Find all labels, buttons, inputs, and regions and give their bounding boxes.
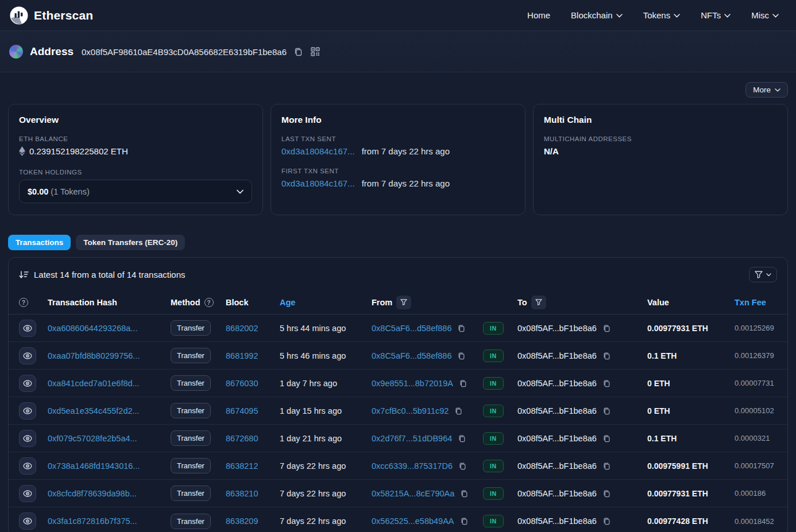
transaction-hash-link[interactable]: 0x738a1468fd1943016... — [48, 461, 140, 471]
from-address-link[interactable]: 0x2d76f7...51dDB964 — [372, 434, 452, 443]
to-address-value: 0x08f5AF...bF1be8a6 — [517, 351, 597, 360]
table-filter-button[interactable] — [749, 267, 777, 282]
brand-name: Etherscan — [34, 9, 93, 22]
tab-token-transfers-erc-20[interactable]: Token Transfers (ERC-20) — [76, 235, 185, 250]
from-filter-button[interactable] — [396, 296, 411, 309]
block-link[interactable]: 8682002 — [226, 324, 258, 333]
preview-transaction-button[interactable] — [19, 375, 36, 392]
more-button[interactable]: More — [745, 82, 788, 98]
from-address-link[interactable]: 0x9e8551...8b72019A — [372, 379, 453, 388]
method-badge[interactable]: Transfer — [171, 486, 211, 501]
nav-item-home[interactable]: Home — [527, 10, 550, 20]
column-header-fee[interactable]: Txn Fee — [735, 298, 777, 307]
block-link[interactable]: 8681992 — [226, 351, 258, 360]
copy-from-address-button[interactable] — [459, 516, 469, 526]
method-badge[interactable]: Transfer — [171, 320, 211, 336]
age-value: 1 day 21 hrs ago — [280, 434, 372, 443]
from-address-link[interactable]: 0x8C5aF6...d58ef886 — [372, 351, 451, 360]
copy-from-address-button[interactable] — [453, 406, 463, 416]
copy-to-address-button[interactable] — [601, 488, 612, 499]
block-link[interactable]: 8638210 — [226, 489, 258, 498]
transaction-hash-link[interactable]: 0xa60860644293268a... — [48, 324, 137, 333]
multi-chain-card: Multi Chain MULTICHAIN ADDRESSES N/A — [533, 104, 788, 215]
column-header-value: Value — [647, 298, 735, 307]
from-address-link[interactable]: 0x7cfBc0...5b911c92 — [372, 406, 449, 415]
preview-transaction-button[interactable] — [19, 320, 36, 337]
preview-transaction-button[interactable] — [19, 512, 36, 530]
transaction-row: 0xd5ea1e354c455f2d2... Transfer 8674095 … — [9, 397, 787, 425]
preview-transaction-button[interactable] — [19, 485, 36, 502]
from-address-link[interactable]: 0x562525...e58b49AA — [372, 517, 454, 526]
transaction-row: 0x738a1468fd1943016... Transfer 8638212 … — [9, 452, 787, 480]
token-holdings-dropdown[interactable]: $0.00 (1 Tokens) — [19, 180, 252, 203]
transaction-hash-link[interactable]: 0xaa07bfd8b80299756... — [48, 351, 140, 360]
block-link[interactable]: 8672680 — [226, 434, 258, 443]
transaction-value: 0.1 ETH — [647, 434, 735, 443]
copy-to-address-button[interactable] — [601, 351, 612, 361]
method-badge[interactable]: Transfer — [171, 375, 211, 391]
copy-address-button[interactable] — [292, 46, 304, 57]
transaction-row: 0x3fa1c872816b7f375... Transfer 8638209 … — [9, 507, 787, 532]
block-link[interactable]: 8674095 — [226, 406, 258, 415]
to-filter-button[interactable] — [531, 296, 546, 309]
nav-item-blockchain[interactable]: Blockchain — [571, 10, 623, 20]
from-address-link[interactable]: 0x58215A...8cE790Aa — [372, 489, 454, 498]
copy-icon — [293, 47, 303, 56]
method-help-icon[interactable]: ? — [204, 298, 214, 307]
transaction-hash-link[interactable]: 0x8cfcd8f78639da98b... — [48, 489, 137, 498]
column-header-hash: Transaction Hash — [48, 298, 171, 307]
qr-code-button[interactable] — [310, 46, 321, 57]
multichain-addresses-value: N/A — [544, 146, 777, 156]
nav-item-nfts[interactable]: NFTs — [701, 10, 731, 20]
copy-from-address-button[interactable] — [458, 378, 468, 389]
transaction-hash-link[interactable]: 0x3fa1c872816b7f375... — [48, 517, 137, 526]
copy-from-address-button[interactable] — [459, 488, 469, 499]
method-badge[interactable]: Transfer — [171, 348, 211, 363]
transaction-hash-link[interactable]: 0xa841cded7a01e6f8d... — [48, 379, 140, 388]
copy-to-address-button[interactable] — [601, 378, 612, 389]
from-address-link[interactable]: 0xcc6339...875317D6 — [372, 461, 453, 471]
copy-from-address-button[interactable] — [456, 351, 466, 361]
copy-to-address-button[interactable] — [601, 323, 612, 333]
tab-transactions[interactable]: Transactions — [8, 235, 71, 250]
transaction-hash-link[interactable]: 0xf079c57028fe2b5a4... — [48, 434, 137, 443]
copy-from-address-button[interactable] — [456, 323, 466, 333]
direction-badge: IN — [483, 432, 504, 445]
first-txn-hash-link[interactable]: 0xd3a18084c167... — [281, 178, 355, 188]
block-link[interactable]: 8638212 — [226, 461, 258, 471]
nav-item-tokens[interactable]: Tokens — [643, 10, 681, 20]
copy-to-address-button[interactable] — [601, 461, 612, 471]
copy-to-address-button[interactable] — [601, 406, 612, 416]
block-link[interactable]: 8638209 — [226, 517, 258, 526]
copy-from-address-button[interactable] — [457, 461, 467, 471]
age-value: 1 day 15 hrs ago — [280, 406, 372, 415]
preview-transaction-button[interactable] — [19, 457, 36, 475]
nav-item-misc[interactable]: Misc — [751, 10, 779, 20]
column-header-age[interactable]: Age — [280, 298, 372, 307]
method-badge[interactable]: Transfer — [171, 458, 211, 473]
last-txn-hash-link[interactable]: 0xd3a18084c167... — [281, 146, 355, 156]
funnel-icon — [400, 299, 407, 305]
from-address-link[interactable]: 0x8C5aF6...d58ef886 — [372, 324, 451, 333]
preview-transaction-button[interactable] — [19, 347, 36, 364]
preview-transaction-button[interactable] — [19, 402, 36, 420]
age-value: 7 days 22 hrs ago — [280, 489, 372, 498]
method-badge[interactable]: Transfer — [171, 403, 211, 418]
copy-icon — [454, 407, 462, 415]
copy-icon — [460, 517, 468, 525]
transaction-fee: 0.00125269 — [735, 324, 777, 332]
ethereum-icon — [19, 146, 25, 156]
chevron-down-icon — [237, 189, 244, 194]
copy-to-address-button[interactable] — [601, 516, 612, 526]
transaction-row: 0xa841cded7a01e6f8d... Transfer 8676030 … — [9, 370, 787, 397]
transaction-hash-link[interactable]: 0xd5ea1e354c455f2d2... — [48, 406, 140, 415]
transaction-fee: 0.00005102 — [735, 406, 777, 415]
method-badge[interactable]: Transfer — [171, 514, 211, 529]
copy-to-address-button[interactable] — [601, 433, 612, 444]
help-icon[interactable]: ? — [19, 298, 28, 307]
preview-transaction-button[interactable] — [19, 430, 36, 447]
block-link[interactable]: 8676030 — [226, 379, 258, 388]
copy-from-address-button[interactable] — [457, 433, 467, 444]
method-badge[interactable]: Transfer — [171, 430, 211, 446]
brand[interactable]: Etherscan — [9, 6, 93, 25]
